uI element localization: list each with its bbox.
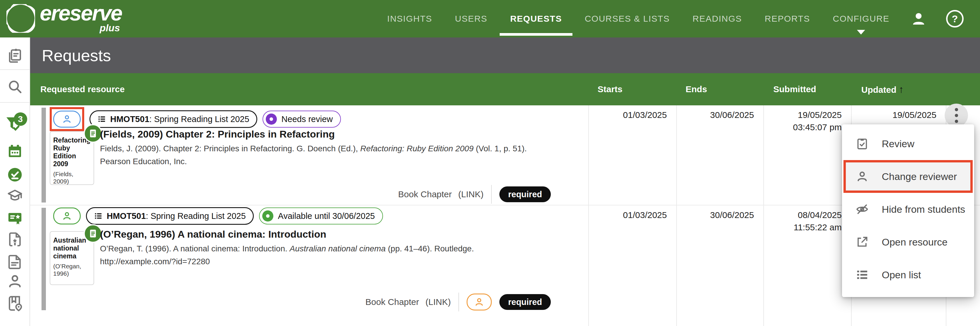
col-submitted[interactable]: Submitted — [773, 84, 816, 94]
book-location-icon[interactable] — [7, 295, 23, 312]
submitted-time: 03:45:07 pm — [764, 121, 842, 133]
status-badge: Needs review — [262, 110, 341, 128]
filter-count-badge: 3 — [14, 112, 27, 126]
resource-citation: O’Regan, T. (1996). A national cinema: I… — [100, 242, 591, 268]
menu-item-label: Open list — [882, 269, 921, 281]
calendar-icon[interactable] — [7, 143, 23, 160]
submitted-date: 08/04/2025 — [764, 209, 842, 221]
thumbnail-caption: (O’Regan, 1996) — [53, 262, 91, 277]
citation-text: (Vol. 1, p. 51). — [474, 144, 527, 153]
sort-asc-icon: ↑ — [899, 84, 904, 95]
menu-item-label: Review — [882, 138, 914, 150]
sidebar-divider — [0, 69, 30, 70]
reading-list-chip[interactable]: HMOT501: Spring Reading List 2025 — [86, 207, 254, 225]
help-icon[interactable]: ? — [946, 10, 964, 27]
citation-source-italic: Australian national cinema — [290, 244, 386, 253]
row-actions-menu: Review Change reviewer Hide from student… — [842, 125, 974, 297]
row-drag-handle[interactable] — [41, 108, 46, 203]
access-type: (LINK) — [458, 189, 484, 199]
document-icon[interactable] — [7, 254, 23, 270]
menu-item-label: Hide from students — [882, 204, 965, 215]
search-icon[interactable] — [7, 78, 23, 95]
submitted-cell: 19/05/2025 03:45:07 pm — [764, 105, 851, 133]
top-app-bar: ereserve plus INSIGHTS USERS REQUESTS CO… — [0, 0, 980, 37]
document-seal-icon[interactable] — [7, 231, 23, 248]
requests-table-body: HMOT501: Spring Reading List 2025 Needs … — [30, 105, 980, 326]
pending-reviewer-icon[interactable] — [467, 294, 492, 310]
document-badge-icon — [84, 124, 102, 143]
nav-reports[interactable]: REPORTS — [763, 0, 812, 37]
reviewer-button[interactable] — [53, 110, 81, 128]
eye-off-icon — [856, 203, 869, 216]
starts-cell: 01/03/2025 — [588, 205, 676, 221]
list-icon — [97, 115, 106, 123]
sidebar-divider — [0, 102, 30, 103]
footer-divider — [458, 292, 459, 312]
nav-courses-lists[interactable]: COURSES & LISTS — [583, 0, 671, 37]
table-row: HMOT501: Spring Reading List 2025 Availa… — [30, 205, 980, 326]
reviewer-button[interactable] — [53, 208, 81, 224]
resource-title: (Fields, 2009) Chapter 2: Principles in … — [100, 127, 591, 141]
col-updated-label: Updated — [861, 85, 896, 94]
citation-publisher: Pearson Education, Inc. — [100, 155, 591, 168]
starts-cell: 01/03/2025 — [588, 105, 676, 121]
submitted-date: 19/05/2025 — [764, 109, 842, 121]
person-icon — [62, 114, 72, 125]
nav-configure-label: CONFIGURE — [833, 14, 890, 24]
status-label: Needs review — [282, 114, 333, 124]
col-starts[interactable]: Starts — [598, 84, 622, 94]
resource-type: Book Chapter — [398, 189, 452, 199]
nav-readings[interactable]: READINGS — [691, 0, 744, 37]
menu-item-change-reviewer[interactable]: Change reviewer — [843, 160, 973, 193]
required-badge: required — [500, 186, 551, 202]
brand-logo[interactable]: ereserve plus — [6, 2, 122, 33]
menu-item-label: Open resource — [882, 237, 948, 248]
menu-item-review[interactable]: Review — [842, 127, 974, 160]
graduation-cap-icon[interactable] — [7, 187, 23, 204]
menu-item-hide-from-students[interactable]: Hide from students — [842, 193, 974, 225]
resource-title: (O’Regan, 1996) A national cinema: Intro… — [100, 227, 591, 241]
page-title-bar: Requests — [30, 37, 980, 73]
resource-thumbnail[interactable]: Australian national cinema (O’Regan, 199… — [50, 231, 94, 285]
open-in-new-icon — [856, 235, 869, 249]
brand-name: ereserve — [40, 1, 122, 25]
citation-source-italic: Refactoring: Ruby Edition 2009 — [360, 144, 474, 153]
col-ends[interactable]: Ends — [686, 84, 707, 94]
person-icon — [856, 170, 869, 183]
person-icon[interactable] — [7, 273, 23, 289]
list-icon — [94, 212, 103, 221]
status-dot-icon — [262, 210, 274, 222]
certificate-icon[interactable] — [7, 210, 23, 226]
col-requested-resource: Requested resource — [40, 84, 124, 94]
account-icon[interactable] — [910, 11, 927, 27]
list-icon — [856, 268, 869, 281]
resource-citation: Fields, J. (2009). Chapter 2: Principles… — [100, 142, 591, 168]
nav-configure[interactable]: CONFIGURE — [831, 0, 891, 37]
nav-insights[interactable]: INSIGHTS — [385, 0, 434, 37]
nav-users[interactable]: USERS — [453, 0, 489, 37]
left-toolbar: 3 — [0, 37, 30, 326]
nav-requests[interactable]: REQUESTS — [508, 0, 564, 37]
primary-nav: INSIGHTS USERS REQUESTS COURSES & LISTS … — [385, 0, 964, 37]
citation-text: O’Regan, T. (1996). A national cinema: I… — [100, 244, 290, 253]
chevron-down-icon — [857, 30, 865, 35]
menu-item-open-list[interactable]: Open list — [842, 258, 974, 291]
menu-item-label: Change reviewer — [882, 171, 957, 182]
menu-item-open-resource[interactable]: Open resource — [842, 225, 974, 258]
footer-divider — [491, 185, 492, 204]
row-drag-handle[interactable] — [41, 208, 46, 310]
citation-text: (pp. 41–46). Routledge. — [386, 244, 474, 253]
ends-cell: 30/06/2025 — [676, 205, 764, 221]
col-updated[interactable]: Updated↑ — [861, 84, 904, 95]
page-title: Requests — [42, 46, 111, 65]
table-header: Requested resource Starts Ends Submitted… — [30, 73, 980, 105]
clipboard-list-icon[interactable] — [7, 47, 23, 64]
citation-text: Fields, J. (2009). Chapter 2: Principles… — [100, 144, 360, 153]
reading-list-chip[interactable]: HMOT501: Spring Reading List 2025 — [89, 110, 257, 128]
resource-thumbnail[interactable]: Refactoring: Ruby Edition 2009 (Fields, … — [50, 131, 94, 185]
approved-check-icon[interactable] — [7, 166, 23, 183]
status-badge: Available until 30/06/2025 — [259, 208, 383, 224]
status-dot-icon — [266, 113, 277, 125]
row-actions-kebab-icon[interactable] — [945, 104, 968, 127]
filter-check-icon[interactable]: 3 — [4, 115, 26, 140]
